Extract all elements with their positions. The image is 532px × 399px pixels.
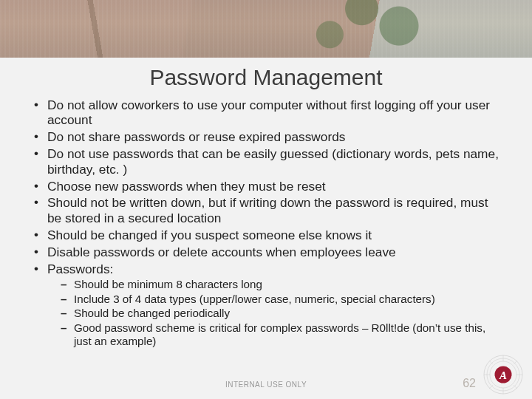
slide-body: Do not allow coworkers to use your compu… [0,98,532,348]
header-banner-image [0,0,532,58]
page-number: 62 [463,377,476,390]
sub-bullet-item: Should be changed periodically [58,307,504,320]
bullet-item: Do not allow coworkers to use your compu… [28,98,504,128]
sub-bullet-item: Good password scheme is critical for com… [58,321,504,348]
bullet-item: Do not use passwords that can be easily … [28,146,504,177]
bullet-item: Passwords: [28,262,504,276]
logo-seal-icon: A [483,355,523,395]
footer-classification: INTERNAL USE ONLY [0,381,532,389]
sub-bullet-item: Include 3 of 4 data types (upper/lower c… [58,293,504,306]
bullet-list: Do not allow coworkers to use your compu… [28,98,504,276]
slide-title: Password Management [0,65,532,90]
seal-letter: A [499,369,507,381]
sub-bullet-list: Should be minimum 8 characters long Incl… [58,278,504,347]
bullet-item: Should be changed if you suspect someone… [28,228,504,242]
bullet-item: Do not share passwords or reuse expired … [28,129,504,144]
bullet-item: Should not be written down, but if writi… [28,195,504,225]
bullet-item: Choose new passwords when they must be r… [28,179,504,194]
sub-bullet-item: Should be minimum 8 characters long [58,278,504,291]
bullet-item: Disable passwords or delete accounts whe… [28,245,504,259]
